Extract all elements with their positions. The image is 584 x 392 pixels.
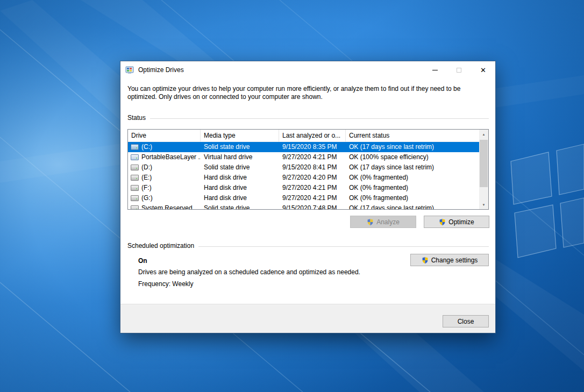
drive-icon [131, 165, 139, 170]
drive-cell: (D:) [128, 162, 201, 173]
optimize-drives-window: Optimize Drives ✕ You can optimize your … [120, 61, 496, 333]
drive-name: PortableBaseLayer ... [141, 152, 201, 162]
uac-shield-icon [422, 256, 429, 264]
current-status-cell: OK (0% fragmented) [346, 173, 480, 183]
drive-name: (C:) [141, 142, 152, 152]
drive-icon [131, 175, 139, 181]
table-row[interactable]: System ReservedSolid state drive9/15/202… [128, 203, 480, 209]
dialog-footer: Close [120, 304, 495, 333]
window-controls: ✕ [423, 61, 495, 79]
change-settings-button-label: Change settings [431, 256, 478, 264]
current-status-cell: OK (17 days since last retrim) [346, 142, 480, 152]
drive-icon [131, 205, 139, 209]
window-title: Optimize Drives [138, 66, 184, 74]
last-analyzed-cell: 9/15/2020 7:48 PM [279, 203, 346, 209]
close-icon: ✕ [480, 67, 486, 74]
change-settings-button[interactable]: Change settings [410, 254, 489, 266]
media-type-cell: Hard disk drive [201, 193, 279, 203]
media-type-cell: Solid state drive [201, 203, 279, 209]
current-status-cell: OK (17 days since last retrim) [346, 203, 480, 209]
optimize-button[interactable]: Optimize [424, 216, 489, 228]
scrollbar-thumb[interactable] [480, 140, 488, 187]
close-button-label: Close [458, 318, 474, 325]
last-analyzed-cell: 9/27/2020 4:21 PM [279, 183, 346, 193]
media-type-cell: Solid state drive [201, 162, 279, 173]
table-row[interactable]: (D:)Solid state drive9/15/2020 8:41 PMOK… [128, 162, 480, 173]
scrollbar-up-button[interactable]: ▲ [479, 130, 488, 139]
drive-cell: (E:) [128, 173, 201, 183]
last-analyzed-cell: 9/15/2020 8:41 PM [279, 162, 346, 173]
column-header-media-type[interactable]: Media type [201, 130, 279, 142]
drive-cell: (F:) [128, 183, 201, 193]
analyze-button-label: Analyze [376, 218, 400, 226]
last-analyzed-cell: 9/27/2020 4:21 PM [279, 152, 346, 162]
title-bar[interactable]: Optimize Drives ✕ [120, 61, 495, 79]
media-type-cell: Hard disk drive [201, 173, 279, 183]
group-divider [198, 246, 489, 247]
current-status-cell: OK (0% fragmented) [346, 183, 480, 193]
drive-icon [131, 195, 139, 201]
drive-list-header: Drive Media type Last analyzed or o... C… [128, 130, 480, 142]
column-header-current-status[interactable]: Current status [346, 130, 480, 142]
scrollbar-down-button[interactable]: ▼ [479, 200, 488, 209]
current-status-cell: OK (0% fragmented) [346, 193, 480, 203]
vertical-scrollbar[interactable]: ▲ ▼ [479, 130, 488, 209]
drive-cell: (C:) [128, 142, 201, 152]
drive-name: (F:) [141, 183, 152, 193]
close-window-button[interactable]: ✕ [471, 61, 495, 79]
scheduled-frequency: Frequency: Weekly [138, 280, 194, 288]
scheduled-description: Drives are being analyzed on a scheduled… [138, 268, 360, 276]
minimize-button[interactable] [423, 61, 447, 79]
table-row[interactable]: (G:)Hard disk drive9/27/2020 4:21 PMOK (… [128, 193, 480, 203]
scheduled-group-header: Scheduled optimization [127, 242, 489, 250]
table-row[interactable]: (E:)Hard disk drive9/27/2020 4:20 PMOK (… [128, 173, 480, 183]
analyze-button[interactable]: Analyze [350, 216, 416, 228]
virtual-drive-icon [131, 154, 139, 160]
drive-name: (G:) [141, 193, 153, 203]
status-group-header: Status [127, 114, 489, 122]
minimize-icon [432, 70, 438, 70]
uac-shield-icon [367, 218, 374, 226]
column-header-drive[interactable]: Drive [128, 130, 201, 142]
status-group-label: Status [127, 114, 146, 122]
defrag-app-icon [125, 66, 134, 74]
last-analyzed-cell: 9/15/2020 8:35 PM [279, 142, 346, 152]
maximize-icon [457, 68, 461, 73]
current-status-cell: OK (17 days since last retrim) [346, 162, 480, 173]
drive-name: (D:) [141, 162, 152, 173]
desktop: Optimize Drives ✕ You can optimize your … [0, 0, 584, 392]
optimize-button-label: Optimize [448, 218, 474, 226]
media-type-cell: Virtual hard drive [201, 152, 279, 162]
last-analyzed-cell: 9/27/2020 4:20 PM [279, 173, 346, 183]
current-status-cell: OK (100% space efficiency) [346, 152, 480, 162]
media-type-cell: Solid state drive [201, 142, 279, 152]
drive-name: (E:) [141, 173, 152, 183]
drive-list[interactable]: Drive Media type Last analyzed or o... C… [127, 129, 489, 210]
drive-cell: System Reserved [128, 203, 201, 209]
drive-name: System Reserved [141, 203, 193, 209]
table-row[interactable]: (C:)Solid state drive9/15/2020 8:35 PMOK… [128, 142, 480, 152]
maximize-button[interactable] [447, 61, 471, 79]
column-header-last-analyzed[interactable]: Last analyzed or o... [279, 130, 346, 142]
table-row[interactable]: (F:)Hard disk drive9/27/2020 4:21 PMOK (… [128, 183, 480, 193]
group-divider [150, 118, 489, 119]
close-button[interactable]: Close [443, 315, 489, 327]
system-drive-icon [131, 144, 139, 150]
dialog-description: You can optimize your drives to help you… [127, 85, 476, 101]
uac-shield-icon [439, 218, 446, 226]
drive-cell: PortableBaseLayer ... [128, 152, 201, 162]
last-analyzed-cell: 9/27/2020 4:21 PM [279, 193, 346, 203]
table-row[interactable]: PortableBaseLayer ...Virtual hard drive9… [128, 152, 480, 162]
drive-list-body: (C:)Solid state drive9/15/2020 8:35 PMOK… [128, 142, 480, 209]
drive-cell: (G:) [128, 193, 201, 203]
drive-icon [131, 185, 139, 191]
scheduled-group-label: Scheduled optimization [127, 242, 194, 250]
media-type-cell: Hard disk drive [201, 183, 279, 193]
scheduled-state: On [138, 257, 147, 265]
